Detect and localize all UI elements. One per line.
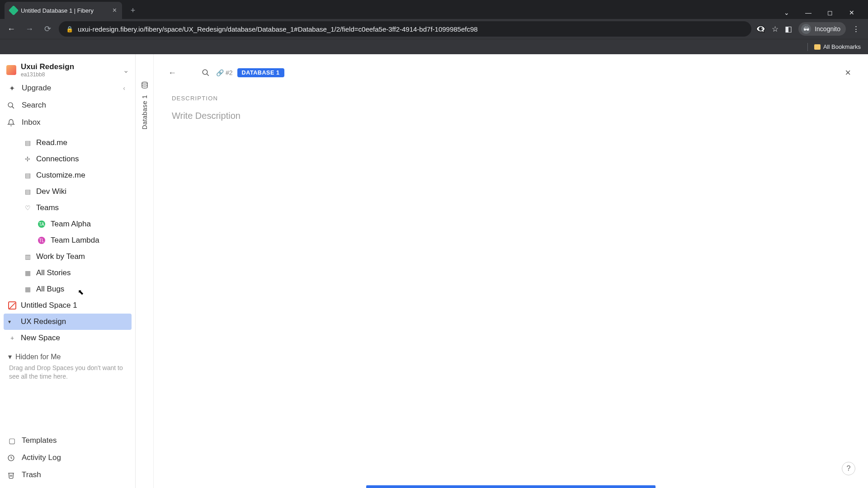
description-field[interactable]: Write Description (154, 105, 868, 127)
sidebar-trash[interactable]: Trash (0, 466, 135, 483)
close-window-button[interactable]: ✕ (844, 6, 860, 19)
maximize-button[interactable]: ◻ (822, 6, 838, 19)
tree-label: New Space (21, 333, 60, 343)
sidebar-inbox-label: Inbox (22, 118, 41, 127)
bookmark-star-icon[interactable]: ☆ (772, 24, 778, 34)
help-button[interactable]: ? (842, 462, 855, 475)
link-icon: 🔗 (216, 69, 224, 76)
tree-label: All Stories (36, 268, 71, 277)
bell-icon (7, 119, 16, 127)
tree-label: Team Alpha (51, 220, 91, 229)
caret-down-icon[interactable]: ▾ (8, 319, 14, 325)
grid-icon: ▦ (24, 269, 32, 277)
tree-label: Connections (36, 155, 79, 164)
workspace-avatar-icon (6, 65, 16, 75)
hidden-hint-text: Drag and Drop Spaces you don't want to s… (8, 361, 127, 385)
team-avatar-icon: TA (38, 221, 45, 228)
incognito-indicator[interactable]: 🕶 Incognito (798, 22, 846, 36)
new-space-button[interactable]: + New Space (0, 330, 135, 346)
clock-icon (7, 454, 16, 462)
main-panel: ← 🔗 #2 DATABASE 1 × DESCRIPTION Write De… (154, 54, 868, 488)
tree-devwiki[interactable]: ▤ Dev Wiki (0, 183, 135, 200)
search-icon (7, 102, 16, 109)
forward-button[interactable]: → (23, 22, 36, 36)
database-badge[interactable]: DATABASE 1 (237, 68, 284, 77)
tree-label: Read.me (36, 138, 67, 147)
sidebar-activity-label: Activity Log (22, 453, 61, 462)
browser-tab[interactable]: Untitled Database 1 | Fibery × (5, 2, 122, 19)
app-root: Uxui Redesign ea131bb8 ⌄ ✦ Upgrade ‹ Sea… (0, 54, 868, 488)
document-icon: ▤ (24, 139, 32, 147)
incognito-label: Incognito (815, 25, 840, 33)
search-button[interactable] (200, 67, 212, 79)
team-avatar-icon: TL (38, 237, 45, 244)
reference-chip[interactable]: 🔗 #2 (216, 69, 233, 76)
side-panel-icon[interactable]: ◧ (785, 24, 792, 34)
tab-close-icon[interactable]: × (113, 6, 117, 14)
bookmarks-bar: All Bookmarks (0, 39, 868, 54)
tree-label: All Bugs (36, 285, 64, 294)
tree-label: Teams (36, 203, 59, 212)
back-arrow-button[interactable]: ← (166, 66, 178, 80)
tree-work-by-team[interactable]: ▥ Work by Team (0, 249, 135, 265)
tree-all-stories[interactable]: ▦ All Stories (0, 265, 135, 281)
tree-label: Customize.me (36, 171, 85, 180)
all-bookmarks-button[interactable]: All Bookmarks (814, 43, 861, 50)
tag-icon: ♡ (24, 204, 32, 212)
tree-team-lambda[interactable]: TL Team Lambda (0, 232, 135, 249)
description-section-label: DESCRIPTION (154, 86, 868, 105)
sidebar-activity-log[interactable]: Activity Log (0, 449, 135, 466)
grid-icon: ▦ (24, 285, 32, 293)
reload-button[interactable]: ⟳ (41, 22, 54, 36)
tree-label: Team Lambda (51, 236, 99, 245)
database-rail[interactable]: Database 1 (136, 54, 154, 488)
sidebar-search[interactable]: Search (0, 97, 135, 114)
tree-label: Dev Wiki (36, 187, 66, 196)
plus-icon: + (8, 334, 16, 342)
sidebar-tree: ▤ Read.me ✢ Connections ▤ Customize.me ▤… (0, 135, 135, 432)
bottom-accent-bar (366, 485, 656, 488)
tree-all-bugs[interactable]: ▦ All Bugs (0, 281, 135, 297)
sidebar-search-label: Search (22, 101, 46, 110)
svg-point-0 (8, 103, 13, 107)
sidebar-upgrade[interactable]: ✦ Upgrade ‹ (0, 80, 135, 97)
sidebar-bottom: ▢ Templates Activity Log Trash (0, 432, 135, 488)
workspace-switcher[interactable]: Uxui Redesign ea131bb8 ⌄ (0, 59, 135, 80)
tab-dropdown-icon[interactable]: ⌄ (778, 6, 795, 19)
svg-line-5 (207, 74, 209, 76)
hidden-for-me-toggle[interactable]: ▾ Hidden for Me (8, 352, 127, 361)
main-header: ← 🔗 #2 DATABASE 1 × (154, 54, 868, 86)
sidebar-templates-label: Templates (22, 436, 57, 445)
bookmarks-separator (807, 43, 808, 51)
back-button[interactable]: ← (5, 22, 18, 36)
document-icon: ▤ (24, 171, 32, 179)
connections-icon: ✢ (24, 155, 32, 163)
close-panel-button[interactable]: × (840, 65, 855, 80)
tree-ux-redesign[interactable]: ▾ UX Redesign (4, 314, 132, 330)
tree-readme[interactable]: ▤ Read.me (0, 135, 135, 151)
trash-icon (7, 471, 16, 479)
tracking-blocked-icon[interactable]: 👁‍🗨 (756, 24, 765, 34)
caret-down-icon: ▾ (8, 352, 12, 361)
address-bar[interactable]: 🔒 uxui-redesign.fibery.io/fibery/space/U… (59, 21, 751, 37)
window-controls: ⌄ ― ◻ ✕ (778, 3, 868, 19)
tree-untitled-space[interactable]: Untitled Space 1 (0, 297, 135, 314)
description-placeholder: Write Description (172, 111, 241, 121)
collapse-sidebar-icon[interactable]: ‹ (123, 84, 125, 92)
tree-team-alpha[interactable]: TA Team Alpha (0, 216, 135, 232)
url-text: uxui-redesign.fibery.io/fibery/space/UX_… (78, 25, 478, 33)
tree-customize[interactable]: ▤ Customize.me (0, 167, 135, 183)
rail-label: Database 1 (141, 95, 148, 130)
sidebar-templates[interactable]: ▢ Templates (0, 432, 135, 449)
minimize-button[interactable]: ― (800, 6, 816, 19)
new-tab-button[interactable]: + (126, 3, 140, 18)
sidebar-inbox[interactable]: Inbox (0, 114, 135, 131)
tree-connections[interactable]: ✢ Connections (0, 151, 135, 167)
hidden-header-label: Hidden for Me (15, 353, 61, 361)
browser-menu-icon[interactable]: ⋮ (852, 24, 860, 34)
workspace-info: Uxui Redesign ea131bb8 (21, 62, 74, 78)
sidebar-trash-label: Trash (22, 470, 41, 479)
tree-teams[interactable]: ♡ Teams (0, 200, 135, 216)
document-icon: ▤ (24, 188, 32, 196)
database-icon (141, 81, 149, 89)
